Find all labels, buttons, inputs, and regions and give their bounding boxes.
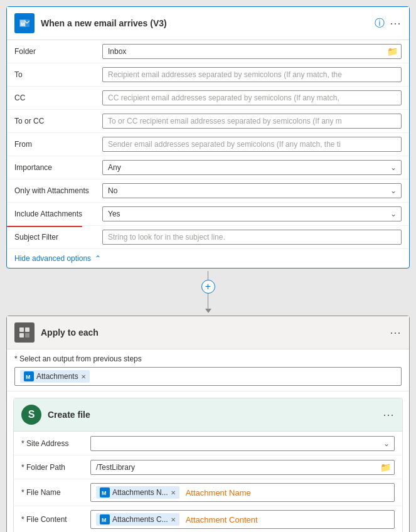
only-attachments-field: No Yes ⌄ [102,183,402,198]
filecontent-tag-icon: M [100,514,110,524]
to-label: To [14,70,102,79]
info-icon[interactable]: ⓘ [375,17,385,30]
svg-text:M: M [21,21,25,27]
create-file-card: S Create file ⋯ * Site Address ⌄ * Folde… [13,398,403,532]
to-or-cc-input[interactable] [102,114,402,129]
to-or-cc-field [102,114,402,129]
folder-path-input[interactable] [90,460,395,475]
sharepoint-icon: S [21,405,41,425]
file-content-field: M Attachments C... ✕ Attachment Content [90,510,395,529]
file-content-tag-input[interactable]: M Attachments C... ✕ Attachment Content [90,510,395,529]
create-file-title: Create file [48,410,376,420]
svg-rect-4 [19,327,24,332]
card2-header: Apply to each ⋯ [7,316,409,349]
importance-field: Any High Normal Low ⌄ [102,160,402,175]
output-tag-input[interactable]: M Attachments ✕ [14,367,402,386]
only-attachments-select[interactable]: No Yes [102,183,402,198]
folder-input[interactable] [102,44,402,59]
email-trigger-card: M When a new email arrives (V3) ⓘ ⋯ Fold… [6,6,410,269]
from-label: From [14,140,102,149]
svg-rect-6 [19,333,24,338]
card2-title: Apply to each [41,327,383,338]
only-attachments-row: Only with Attachments No Yes ⌄ [7,179,409,203]
svg-rect-5 [25,327,29,332]
chevron-up-icon: ⌃ [95,254,101,263]
connector-line-bottom [208,294,209,302]
card2-more-icon[interactable]: ⋯ [390,326,402,339]
subject-filter-row: Subject Filter [7,226,409,249]
filename-tag: M Attachments N... ✕ [96,486,179,499]
svg-text:M: M [102,517,107,523]
include-attachments-field: Yes No ⌄ [102,206,402,221]
connector-arrow-head [205,309,211,313]
importance-select[interactable]: Any High Normal Low [102,160,402,175]
outlook-icon: M [14,13,35,33]
apply-to-each-card: Apply to each ⋯ * Select an output from … [6,316,410,532]
hide-advanced-section: Hide advanced options ⌃ [7,249,409,268]
only-attachments-label: Only with Attachments [14,186,102,195]
to-input[interactable] [102,67,402,82]
create-file-header: S Create file ⋯ [14,398,402,432]
create-file-more-icon[interactable]: ⋯ [383,408,395,422]
cc-label: CC [14,93,102,102]
folder-field: 📁 [102,44,402,59]
to-or-cc-label: To or CC [14,117,102,125]
folder-path-label: * Folder Path [21,463,90,472]
card1-actions: ⓘ ⋯ [375,16,402,30]
apply-to-each-icon [14,322,35,343]
svg-rect-7 [25,333,29,338]
card1-header: M When a new email arrives (V3) ⓘ ⋯ [7,7,409,40]
subject-filter-input[interactable] [102,230,402,245]
cc-row: CC [7,87,409,110]
file-name-label: * File Name [21,488,90,497]
site-address-field: ⌄ [90,436,395,451]
file-content-dynamic: Attachment Content [186,515,258,524]
filename-tag-icon: M [100,487,110,497]
to-or-cc-row: To or CC [7,110,409,133]
from-input[interactable] [102,137,402,152]
connector-arrow-stem [208,302,209,309]
subject-filter-label: Subject Filter [14,233,102,242]
tag-close-button[interactable]: ✕ [81,373,86,380]
site-address-select[interactable] [90,436,395,451]
folder-label: Folder [14,47,102,56]
importance-row: Importance Any High Normal Low ⌄ [7,156,409,179]
filecontent-tag: M Attachments C... ✕ [96,513,179,526]
filecontent-tag-close[interactable]: ✕ [171,516,176,523]
from-field [102,137,402,152]
folder-path-field: 📁 [90,460,395,475]
hide-advanced-link[interactable]: Hide advanced options [14,254,91,263]
to-field [102,67,402,82]
svg-text:M: M [26,374,31,380]
file-name-field: M Attachments N... ✕ Attachment Name [90,483,395,502]
filename-tag-close[interactable]: ✕ [171,489,176,496]
cc-field [102,90,402,105]
folder-row: Folder 📁 [7,40,409,63]
file-content-label: * File Content [21,515,90,524]
include-attachments-row: Include Attachments Yes No ⌄ [7,203,409,226]
site-address-label: * Site Address [21,439,90,448]
filecontent-tag-label: Attachments C... [112,515,168,524]
more-options-icon[interactable]: ⋯ [390,16,402,30]
file-name-row: * File Name M Attachments N... ✕ Attachm… [14,479,402,506]
include-attachments-select[interactable]: Yes No [102,206,402,221]
connector: + [6,269,410,316]
select-output-section: * Select an output from previous steps M… [7,349,409,391]
file-name-dynamic: Attachment Name [186,488,251,497]
filename-tag-label: Attachments N... [112,488,168,497]
cc-input[interactable] [102,90,402,105]
attachments-tag: M Attachments ✕ [20,370,90,383]
connector-line-top [208,271,209,280]
to-row: To [7,63,409,87]
svg-text:M: M [102,490,107,496]
from-row: From [7,133,409,156]
site-address-row: * Site Address ⌄ [14,432,402,455]
file-name-tag-input[interactable]: M Attachments N... ✕ Attachment Name [90,483,395,502]
file-content-row: * File Content M Attachments C... ✕ Atta… [14,506,402,532]
select-output-label: * Select an output from previous steps [14,354,402,363]
tag-outlook-icon: M [24,371,34,381]
subject-filter-field [102,230,402,245]
include-attachments-label: Include Attachments [14,210,102,218]
add-step-button[interactable]: + [201,280,215,294]
folder-path-row: * Folder Path 📁 [14,455,402,479]
